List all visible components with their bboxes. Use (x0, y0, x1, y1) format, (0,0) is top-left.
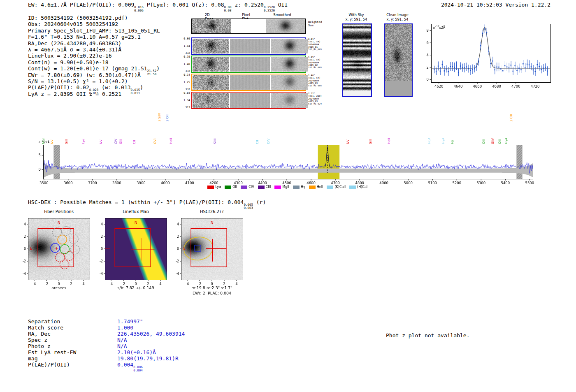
emission-line-label: HeII (169, 138, 173, 144)
text-segment: Cont(n) = 9.90(±0.50)e-18 (28, 59, 109, 65)
legend-label: Hγ (301, 185, 305, 189)
legend-swatch (293, 186, 300, 189)
match-row-value: N/A (117, 343, 127, 349)
spec2d-col-header: Smoothed (273, 13, 291, 17)
info-line: S/N = 13.1(±0.5) χ² = 1.0(±0.2) (28, 78, 160, 84)
text-segment: 19.80(19.79,19.81)R (117, 355, 179, 362)
emission-line-label: SiIII (213, 139, 217, 144)
stacked-fraction: 0.0160.006 (134, 6, 144, 12)
text-segment: 1.74997" (117, 318, 143, 325)
spec2d-row (191, 19, 306, 34)
legend-label: MgII (282, 185, 289, 189)
match-row-label: Separation (28, 318, 60, 325)
emission-line-label: Lyα (81, 139, 85, 144)
legend-label: Lyα (215, 185, 221, 189)
spec2d-panel (271, 57, 307, 72)
emission-line-label: Hβ (451, 140, 454, 144)
text-segment: P(LAE)/P(OII): 0.02 (28, 84, 89, 90)
emission-line-label: NV (346, 139, 350, 144)
info-line: Cont(w) = 1.20(±0.01)e-17 (gmag 21.5121.… (28, 65, 160, 72)
text-segment: (r) (253, 199, 266, 205)
spec2d-panel (230, 57, 270, 72)
detection-info-block: ID: 5003254192 (5003254192.pdf)Obs: 2024… (28, 15, 160, 97)
text-segment: HSC-DEX : Possible Matches = 1 (within +… (28, 199, 244, 205)
info-line: Obs: 20240604v015_5003254192 (28, 21, 160, 27)
pixel-flat-blank (232, 19, 265, 32)
text-segment: z: 0.2520 (232, 2, 264, 8)
emission-line-label: SiII (65, 139, 68, 144)
spec2d-panel (230, 93, 270, 108)
text-segment: λ = 4667.51Å σ = 3.44(±0.31)Å (28, 46, 121, 53)
legend-swatch (258, 186, 265, 189)
legend-label: CIII (266, 185, 271, 189)
emission-line-label: HδA (427, 138, 431, 144)
match-row-value: 0.0040.0060.004 (117, 362, 143, 372)
legend-item: Lyα (207, 185, 221, 189)
match-row-value: 1.000 (117, 325, 133, 331)
lineflux-map-cutout (93, 213, 172, 290)
legend-swatch (241, 186, 247, 189)
emission-line-label: SiII (119, 139, 123, 144)
stacked-fraction: 0.25200.2520 (264, 6, 275, 12)
match-row-label: Spec z (28, 337, 47, 343)
text-segment: F=1.6" T=0.153 N=1.10 A=0.57 g=25.1 (28, 34, 141, 40)
match-row-label: Est LyA rest-EW (28, 349, 76, 355)
info-line: LineFlux = 2.90(±0.22)e-16 (28, 53, 160, 59)
legend-item: OII (225, 185, 237, 189)
emission-line-label: } CIII (509, 114, 513, 122)
legend-label: CIV (249, 185, 254, 189)
legend-item: (K)CaII (327, 185, 346, 189)
emission-line-label: OVI (153, 139, 157, 144)
lineflux-sb-label: s/b: 7.82 +/- 0.149 (117, 285, 154, 290)
legend-label: (K)CaII (334, 185, 346, 189)
match-row-value: 226.435026, 49.603914 (117, 331, 185, 337)
legend-item: CIII (258, 185, 271, 189)
text-segment: 226.435026, 49.603914 (117, 331, 185, 337)
emission-line-label: HγA (504, 138, 508, 144)
clean-image-coords: x, y: 591, 54 (387, 17, 409, 21)
stacked-fraction: 21.5221.50 (147, 70, 157, 76)
match-row-label: Match score (28, 325, 63, 331)
legend-item: (H)CaII (349, 185, 368, 189)
text-segment: 2.10(±0.16)Å (117, 349, 156, 355)
emission-line-label: } SiIV (158, 113, 161, 122)
stacked-fraction: 0.0060.004 (133, 366, 143, 372)
info-line: Primary Spec_Slot_IFU_AMP: 513_105_051_R… (28, 28, 160, 34)
stacked-fraction: 0.0050.003 (244, 203, 253, 210)
legend-swatch (274, 186, 281, 189)
stacked-fraction: 0.080.08 (224, 6, 232, 12)
text-segment: (w: 0.013 (98, 84, 130, 90)
legend-swatch (309, 186, 316, 189)
text-segment: ID: 5003254192 (5003254192.pdf) (28, 15, 128, 21)
legend-item: CIV (241, 185, 254, 189)
emission-line-label: } OIII (165, 114, 169, 122)
info-line: ID: 5003254192 (5003254192.pdf) (28, 15, 160, 21)
legend-swatch (349, 186, 356, 189)
emission-line-label: NV (99, 139, 103, 144)
spec2d-row (191, 92, 306, 109)
spec2d-panel (230, 75, 270, 90)
spec2d-row-stats: 0.141.25332 (181, 74, 190, 91)
spec2d-row-stats: 0.031.34313 (181, 92, 190, 109)
spec2d-row-annotation: 0.21"(591, 54)20240604v015_01513_RL_005 (308, 38, 322, 51)
emission-line-label: OIII (498, 139, 502, 144)
match-row-label: RA, Dec (28, 331, 51, 337)
info-line: RA,Dec (226.434280,49.603863) (28, 40, 160, 46)
hscdex-match-header: HSC-DEX : Possible Matches = 1 (within +… (28, 199, 266, 210)
spec2d-panel (271, 75, 307, 90)
spec2d-panel (230, 39, 270, 53)
emission-line-label: OIII (482, 139, 485, 144)
spec2d-panel (271, 39, 307, 53)
info-line: F=1.6" T=0.153 N=1.10 A=0.57 g=25.1 (28, 34, 160, 40)
emission-line-label: HγA (441, 138, 445, 144)
emission-line-label: HeII (387, 138, 391, 144)
full-spectrum-plot (37, 139, 539, 189)
legend-label: HeII (317, 185, 323, 189)
spec2d-panel (266, 19, 305, 33)
with-sky-coords: x, y: 591, 54 (346, 17, 367, 21)
text-segment: LineFlux = 2.90(±0.22)e-16 (28, 53, 112, 59)
match-row-label: Photo z (28, 343, 51, 349)
match-row-value: 1.74997" (117, 318, 143, 325)
text-segment: EWr = 7.80(±0.69) (w: 6.30(±0.47))Å (28, 72, 141, 78)
zoomed-spectrum-plot (419, 18, 553, 95)
